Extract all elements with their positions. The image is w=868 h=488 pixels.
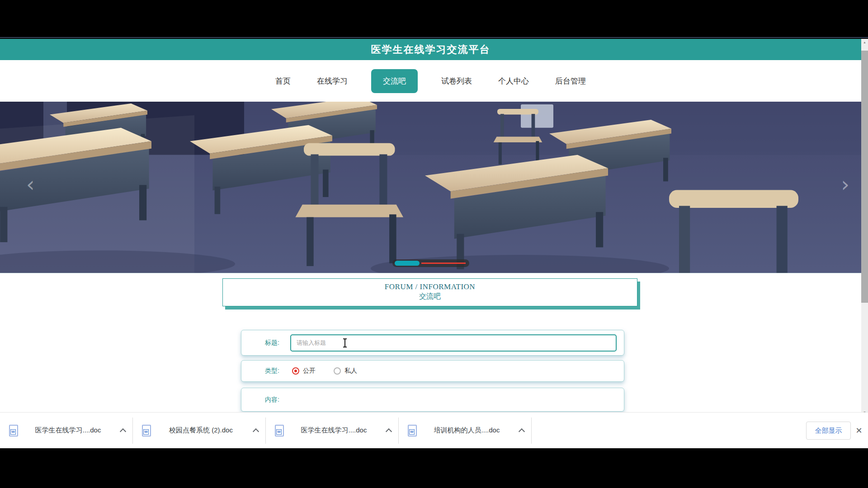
nav-item[interactable]: 个人中心 — [495, 69, 532, 93]
scrollbar-thumb[interactable] — [861, 51, 868, 303]
nav-item-label: 首页 — [275, 77, 291, 85]
downloads-shelf: W 医学生在线学习....doc W 校园点餐系统 (2).doc W 医学生在… — [0, 412, 868, 448]
word-doc-icon: W — [9, 425, 18, 436]
content-label: 内容: — [265, 396, 286, 404]
carousel-next-icon[interactable]: › — [841, 174, 849, 195]
radio-option-label: 私人 — [344, 367, 357, 375]
download-item[interactable]: W 校园点餐系统 (2).doc — [133, 418, 266, 444]
bottom-letterbox-bar — [0, 448, 868, 488]
download-filename: 校园点餐系统 (2).doc — [151, 426, 251, 435]
download-filename: 培训机构的人员....doc — [417, 426, 517, 435]
word-doc-letter: W — [409, 429, 415, 435]
word-doc-icon: W — [275, 425, 284, 436]
top-letterbox-bar — [0, 0, 868, 38]
carousel-prev-icon[interactable]: ‹ — [26, 174, 34, 195]
scrollbar-up-icon[interactable]: ▲ — [861, 39, 868, 46]
video-progress-bar[interactable] — [392, 259, 469, 267]
word-doc-letter: W — [276, 429, 282, 435]
nav-item-label: 试卷列表 — [441, 77, 472, 85]
nav-item-label: 个人中心 — [498, 77, 529, 85]
nav-item[interactable]: 在线学习 — [314, 69, 350, 93]
word-doc-letter: W — [143, 429, 149, 435]
progress-played-segment — [395, 261, 420, 266]
show-all-downloads-button[interactable]: 全部显示 — [806, 422, 851, 440]
nav-item[interactable]: 交流吧 — [371, 69, 418, 93]
title-label: 标题: — [265, 339, 286, 347]
radio-circle-icon — [292, 367, 299, 375]
expand-chevron-icon[interactable] — [386, 428, 392, 434]
radio-circle-icon — [334, 367, 341, 375]
download-item[interactable]: W 医学生在线学习....doc — [266, 418, 399, 444]
form-row-content: 内容: — [241, 388, 624, 412]
nav-item[interactable]: 试卷列表 — [439, 69, 475, 93]
app-header: 医学生在线学习交流平台 — [0, 39, 861, 60]
nav-item-label: 在线学习 — [317, 77, 348, 85]
expand-chevron-icon[interactable] — [519, 428, 525, 434]
download-item[interactable]: W 培训机构的人员....doc — [399, 418, 532, 444]
nav-item[interactable]: 后台管理 — [552, 69, 589, 93]
screen: 医学生在线学习交流平台 首页在线学习交流吧试卷列表个人中心后台管理 — [0, 0, 868, 488]
browser-page: 医学生在线学习交流平台 首页在线学习交流吧试卷列表个人中心后台管理 — [0, 39, 868, 448]
section-title-en: FORUM / INFORMATION — [223, 282, 637, 291]
page-scrollbar[interactable]: ▲ ▼ — [861, 39, 868, 416]
title-input[interactable] — [290, 334, 617, 352]
close-shelf-icon[interactable]: ✕ — [854, 425, 864, 436]
nav-item-label: 交流吧 — [383, 77, 406, 85]
word-doc-icon: W — [142, 425, 151, 436]
section-title-zh: 交流吧 — [223, 292, 637, 301]
download-item[interactable]: W 医学生在线学习....doc — [0, 418, 133, 444]
type-radio-group: 公开 私人 — [286, 367, 369, 375]
section-title-card: FORUM / INFORMATION 交流吧 — [222, 278, 637, 306]
page-title: 医学生在线学习交流平台 — [371, 43, 491, 56]
nav-item[interactable]: 首页 — [273, 69, 293, 93]
word-doc-letter: W — [10, 429, 16, 435]
expand-chevron-icon[interactable] — [253, 428, 259, 434]
radio-option-label: 公开 — [303, 367, 316, 375]
classroom-illustration — [0, 102, 861, 273]
type-radio-option[interactable]: 公开 — [292, 367, 316, 375]
main-nav: 首页在线学习交流吧试卷列表个人中心后台管理 — [0, 60, 861, 102]
type-label: 类型: — [265, 367, 286, 375]
download-filename: 医学生在线学习....doc — [18, 426, 118, 435]
form-row-title: 标题: — [241, 330, 624, 356]
type-radio-option[interactable]: 私人 — [334, 367, 357, 375]
expand-chevron-icon[interactable] — [120, 428, 126, 434]
form-row-type: 类型: 公开 私人 — [241, 360, 624, 382]
word-doc-icon: W — [408, 425, 417, 436]
nav-item-label: 后台管理 — [555, 77, 586, 85]
hero-carousel: ‹ › — [0, 102, 861, 273]
download-filename: 医学生在线学习....doc — [284, 426, 384, 435]
progress-remaining-segment — [421, 263, 466, 264]
